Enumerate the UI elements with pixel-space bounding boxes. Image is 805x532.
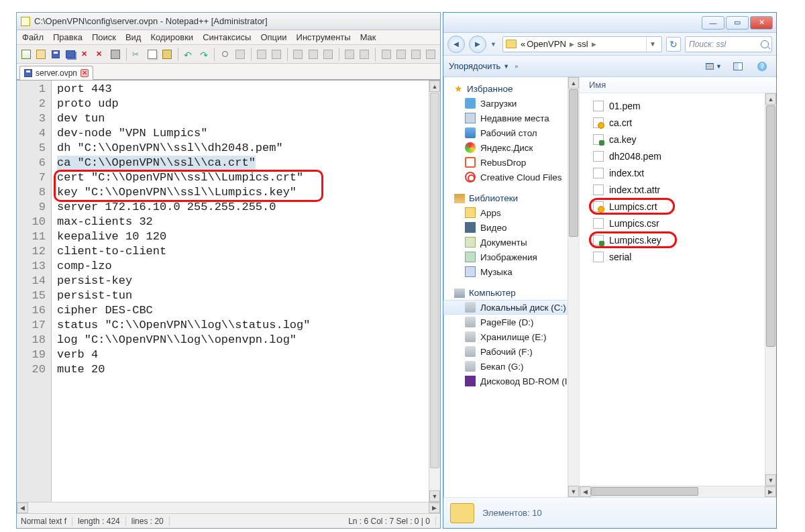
nav-desktop[interactable]: Рабочий стол (443, 125, 579, 140)
tab-server-ovpn[interactable]: server.ovpn ✕ (19, 66, 93, 80)
close-all-button[interactable]: ✕ (94, 47, 107, 62)
nav-music[interactable]: Музыка (443, 264, 579, 279)
open-file-button[interactable] (34, 47, 47, 62)
maximize-button[interactable]: ▭ (726, 16, 749, 30)
indent-guide-button[interactable] (321, 47, 334, 62)
scroll-left-arrow-icon[interactable]: ◀ (17, 502, 28, 513)
code-editor[interactable]: port 443proto udpdev tundev-node "VPN Lu… (52, 81, 440, 502)
save-all-button[interactable] (64, 47, 77, 62)
menu-options[interactable]: Опции (260, 32, 286, 42)
menu-syntax[interactable]: Синтаксисы (203, 32, 251, 42)
npp-titlebar[interactable]: C:\OpenVPN\config\server.ovpn - Notepad+… (17, 13, 440, 30)
scrollbar-thumb[interactable] (569, 89, 578, 237)
menu-tools[interactable]: Инструменты (297, 32, 351, 42)
scroll-down-arrow-icon[interactable]: ▼ (568, 486, 579, 497)
redo-button[interactable]: ↶ (197, 47, 210, 62)
crumb-parent[interactable]: OpenVPN (527, 39, 566, 49)
nav-video[interactable]: Видео (443, 220, 579, 235)
scroll-right-arrow-icon[interactable]: ▶ (765, 486, 776, 497)
recent-locations-button[interactable]: ▼ (490, 41, 498, 48)
address-dropdown-button[interactable]: ▼ (646, 37, 659, 52)
scroll-up-arrow-icon[interactable]: ▲ (429, 81, 440, 92)
close-file-button[interactable]: ✕ (79, 47, 92, 62)
organize-menu[interactable]: Упорядочить ▼ (449, 61, 509, 71)
menu-macro[interactable]: Мак (360, 32, 376, 42)
refresh-button[interactable]: ↻ (666, 37, 681, 52)
nav-rebusdrop[interactable]: RebusDrop (443, 155, 579, 170)
file-row[interactable]: ca.crt (589, 114, 776, 131)
undo-button[interactable]: ↶ (182, 47, 195, 62)
nav-drive-e[interactable]: Хранилище (E:) (443, 329, 579, 344)
nav-creative-cloud[interactable]: Creative Cloud Files (443, 170, 579, 184)
scroll-up-arrow-icon[interactable]: ▲ (765, 93, 776, 105)
scroll-down-arrow-icon[interactable]: ▼ (765, 474, 776, 486)
scroll-up-arrow-icon[interactable]: ▲ (568, 77, 579, 89)
menu-encoding[interactable]: Кодировки (150, 32, 193, 42)
zoom-in-button[interactable] (255, 47, 268, 62)
back-button[interactable]: ◄ (447, 36, 465, 53)
save-button[interactable] (50, 47, 62, 62)
file-row[interactable]: index.txt.attr (589, 181, 776, 198)
find-button[interactable] (219, 47, 231, 62)
nav-bd-rom[interactable]: Дисковод BD-ROM (I (443, 374, 579, 388)
scroll-left-arrow-icon[interactable]: ◀ (580, 486, 591, 497)
crumb-prefix[interactable]: « (521, 39, 525, 49)
show-all-chars-button[interactable] (307, 47, 319, 62)
scroll-down-arrow-icon[interactable]: ▼ (429, 490, 440, 502)
macro-stop-button[interactable] (394, 47, 407, 62)
macro-play-multi-button[interactable] (425, 47, 437, 62)
file-row[interactable]: 01.pem (589, 97, 776, 114)
nav-drive-d[interactable]: PageFile (D:) (443, 315, 579, 329)
file-row[interactable]: serial (589, 248, 776, 265)
nav-drive-c[interactable]: Локальный диск (C:) (443, 300, 579, 315)
nav-downloads[interactable]: Загрузки (443, 96, 579, 111)
npp-menubar[interactable]: Файл Правка Поиск Вид Кодировки Синтакси… (17, 30, 440, 45)
macro-play-button[interactable] (409, 47, 422, 62)
scrollbar-track[interactable] (28, 502, 429, 513)
navigation-pane[interactable]: ★ Избранное Загрузки Недавние места Рабо… (443, 77, 580, 497)
file-row[interactable]: Lumpics.csr (589, 215, 776, 231)
scrollbar-thumb[interactable] (766, 105, 775, 347)
help-button[interactable]: ? (753, 59, 771, 74)
paste-button[interactable] (160, 47, 173, 62)
file-list[interactable]: 01.pemca.crtca.keydh2048.pemindex.txtind… (580, 93, 776, 265)
horizontal-scrollbar[interactable]: ◀ ▶ (17, 502, 440, 513)
cut-button[interactable]: ✂ (131, 47, 144, 62)
view-options-button[interactable]: ▼ (705, 59, 722, 74)
close-window-button[interactable]: ✕ (750, 16, 773, 30)
minimize-button[interactable]: — (702, 16, 724, 30)
filelist-vscrollbar[interactable]: ▲ ▼ (765, 93, 776, 486)
menu-search[interactable]: Поиск (92, 32, 116, 42)
file-row[interactable]: dh2048.pem (589, 148, 776, 164)
menu-file[interactable]: Файл (22, 32, 44, 42)
column-header-name[interactable]: Имя (580, 77, 776, 93)
file-row[interactable]: index.txt (589, 164, 776, 181)
close-tab-button[interactable]: ✕ (80, 69, 89, 77)
filelist-hscrollbar[interactable]: ◀ ▶ (580, 486, 776, 497)
nav-apps[interactable]: Apps (443, 205, 579, 220)
file-row[interactable]: Lumpics.crt (589, 198, 776, 215)
libraries-header[interactable]: Библиотеки (443, 191, 579, 205)
scrollbar-thumb[interactable] (591, 487, 698, 496)
scroll-right-arrow-icon[interactable]: ▶ (429, 502, 440, 513)
address-bar[interactable]: « OpenVPN ▶ ssl ▶ ▼ (502, 36, 662, 52)
overflow-button[interactable]: » (515, 63, 518, 70)
print-button[interactable] (109, 47, 122, 62)
file-row[interactable]: Lumpics.key (589, 231, 776, 248)
forward-button[interactable]: ► (469, 36, 486, 53)
chevron-right-icon[interactable]: ▶ (590, 41, 598, 48)
new-file-button[interactable] (19, 47, 32, 62)
doc-map-button[interactable] (358, 47, 371, 62)
explorer-titlebar[interactable]: — ▭ ✕ (443, 13, 776, 33)
nav-yandex-disk[interactable]: Яндекс.Диск (443, 140, 579, 155)
navpane-scrollbar[interactable]: ▲ ▼ (568, 77, 579, 497)
function-list-button[interactable] (343, 47, 356, 62)
search-input[interactable]: Поиск: ssl (685, 36, 772, 52)
scrollbar-thumb[interactable] (430, 93, 439, 468)
copy-button[interactable] (146, 47, 158, 62)
wordwrap-button[interactable] (292, 47, 305, 62)
nav-pictures[interactable]: Изображения (443, 250, 579, 264)
favorites-header[interactable]: ★ Избранное (443, 81, 579, 96)
file-row[interactable]: ca.key (589, 131, 776, 148)
crumb-current[interactable]: ssl (578, 39, 588, 49)
